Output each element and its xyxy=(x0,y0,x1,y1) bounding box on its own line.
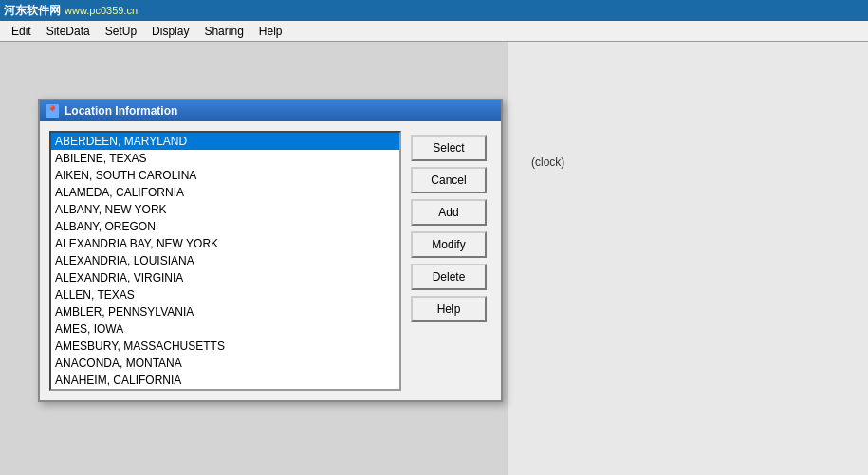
main-area: (clock) 📍 Location Information ABERDEEN,… xyxy=(0,42,868,475)
list-item[interactable]: ALAMEDA, CALIFORNIA xyxy=(51,184,399,201)
list-item[interactable]: ALEXANDRIA, LOUISIANA xyxy=(51,252,399,269)
dialog-icon: 📍 xyxy=(46,104,59,118)
menu-edit[interactable]: Edit xyxy=(4,23,39,40)
list-item[interactable]: AMES, IOWA xyxy=(51,320,399,338)
menu-display[interactable]: Display xyxy=(144,23,196,40)
menu-sharing[interactable]: Sharing xyxy=(196,23,250,40)
location-list[interactable]: ABERDEEN, MARYLANDABILENE, TEXASAIKEN, S… xyxy=(51,133,399,389)
clock-hint: (clock) xyxy=(531,155,564,169)
help-button[interactable]: Help xyxy=(411,296,487,322)
dialog-title: Location Information xyxy=(65,104,177,118)
delete-button[interactable]: Delete xyxy=(411,264,487,290)
url-text: www.pc0359.cn xyxy=(65,5,138,16)
location-info-dialog: 📍 Location Information ABERDEEN, MARYLAN… xyxy=(38,99,503,402)
menu-help[interactable]: Help xyxy=(251,23,290,40)
buttons-panel: Select Cancel Add Modify Delete Help xyxy=(411,131,491,391)
list-item[interactable]: ALEXANDRIA, VIRGINIA xyxy=(51,269,399,286)
list-item[interactable]: ALEXANDRIA BAY, NEW YORK xyxy=(51,235,399,252)
logo-text: 河东软件网 xyxy=(4,3,61,19)
list-item[interactable]: ALBANY, NEW YORK xyxy=(51,201,399,218)
list-item[interactable]: ALBANY, OREGON xyxy=(51,218,399,235)
modify-button[interactable]: Modify xyxy=(411,231,487,258)
list-item[interactable]: ABILENE, TEXAS xyxy=(51,150,399,167)
list-item[interactable]: AMESBURY, MASSACHUSETTS xyxy=(51,338,399,355)
list-item[interactable]: AIKEN, SOUTH CAROLINA xyxy=(51,167,399,184)
location-list-container: ABERDEEN, MARYLANDABILENE, TEXASAIKEN, S… xyxy=(49,131,401,391)
dialog-body: ABERDEEN, MARYLANDABILENE, TEXASAIKEN, S… xyxy=(40,121,501,400)
menu-bar: Edit SiteData SetUp Display Sharing Help xyxy=(0,21,868,42)
top-bar: 河东软件网 www.pc0359.cn xyxy=(0,0,868,21)
select-button[interactable]: Select xyxy=(411,135,487,161)
list-item[interactable]: AMBLER, PENNSYLVANIA xyxy=(51,303,399,320)
cancel-button[interactable]: Cancel xyxy=(411,167,487,193)
list-item[interactable]: ABERDEEN, MARYLAND xyxy=(51,133,399,150)
add-button[interactable]: Add xyxy=(411,199,487,226)
menu-setup[interactable]: SetUp xyxy=(98,23,144,40)
content-area xyxy=(508,42,868,475)
dialog-title-bar: 📍 Location Information xyxy=(40,100,501,121)
list-item[interactable]: ALLEN, TEXAS xyxy=(51,286,399,303)
list-item[interactable]: ANACONDA, MONTANA xyxy=(51,355,399,372)
list-item[interactable]: ANAHEIM, CALIFORNIA xyxy=(51,372,399,389)
menu-sitedata[interactable]: SiteData xyxy=(39,23,98,40)
